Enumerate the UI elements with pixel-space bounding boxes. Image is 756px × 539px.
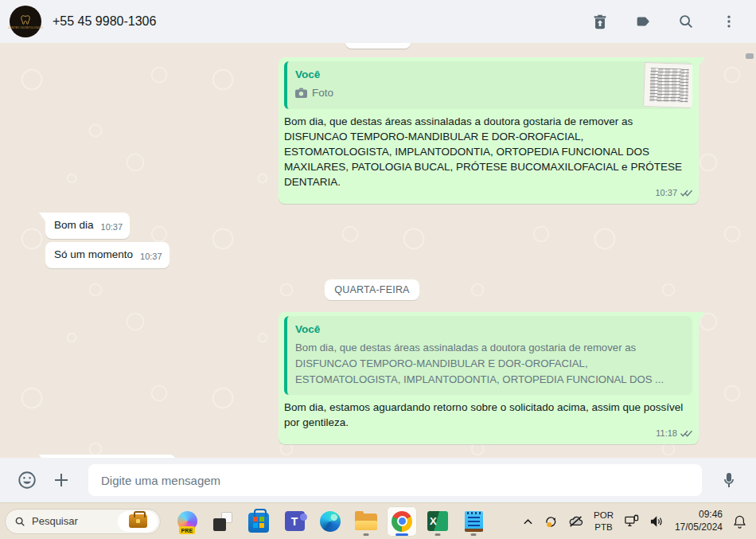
- windows-taskbar: Pesquisar PRE T: [0, 502, 756, 539]
- briefcase-icon: [129, 514, 147, 528]
- chrome-icon: [392, 511, 412, 532]
- document-thumbnail: [643, 62, 692, 108]
- language-line1: POR: [594, 510, 614, 521]
- running-indicator: [364, 533, 369, 536]
- bubble-tail: [39, 213, 45, 221]
- bubble-tail: [699, 312, 705, 321]
- contact-name[interactable]: +55 45 9980-1306: [53, 14, 579, 29]
- message-bubble-incoming[interactable]: Bom dia 10:37: [45, 213, 130, 239]
- date-divider: QUARTA-FEIRA: [325, 279, 419, 300]
- message-time: 10:37: [655, 186, 677, 201]
- tooth-logo-icon: [20, 14, 31, 25]
- partial-date-pill: [345, 43, 411, 49]
- copilot-button[interactable]: PRE: [172, 506, 202, 537]
- volume-icon[interactable]: [649, 515, 664, 528]
- double-check-icon: [680, 189, 692, 197]
- network-icon[interactable]: [624, 514, 639, 528]
- quote-text: Bom dia, que destas áreas assinaladas a …: [295, 340, 684, 388]
- notifications-bell-icon[interactable]: [733, 514, 746, 529]
- store-button[interactable]: [244, 506, 274, 537]
- quote-media-row: Foto: [295, 85, 635, 100]
- composer-bar: [0, 458, 756, 502]
- copilot-icon: PRE: [177, 511, 197, 531]
- quote-content: Você Bom dia, que destas áreas assinalad…: [287, 316, 692, 395]
- message-bubble-outgoing[interactable]: Você Bom dia, que destas áreas assinalad…: [279, 312, 699, 444]
- message-text: Só um momento: [54, 247, 133, 262]
- message-row: Só um momento 10:37: [45, 242, 699, 268]
- whatsapp-window: CENTRO ODONTOLOGICO +55 45 9980-1306: [0, 0, 756, 539]
- running-indicator: [471, 533, 477, 536]
- running-indicator: [435, 533, 441, 536]
- message-time: 11:18: [656, 426, 677, 441]
- active-indicator: [396, 533, 408, 536]
- quote-media-label: Foto: [312, 85, 333, 100]
- header-actions: [590, 12, 738, 31]
- file-explorer-button[interactable]: [351, 506, 381, 537]
- system-tray: POR PTB 09:46 17/05/2024: [523, 509, 750, 533]
- search-icon[interactable]: [676, 12, 696, 31]
- quote-author: Você: [295, 322, 684, 337]
- notepad-icon: [465, 511, 483, 532]
- message-meta: 10:37: [655, 186, 692, 201]
- search-placeholder: Pesquisar: [32, 515, 111, 527]
- avatar-caption: CENTRO ODONTOLOGICO: [8, 26, 43, 29]
- chat-header: CENTRO ODONTOLOGICO +55 45 9980-1306: [0, 0, 756, 43]
- quoted-message[interactable]: Você Bom dia, que destas áreas assinalad…: [284, 316, 692, 395]
- show-hidden-icons-chevron[interactable]: [523, 518, 533, 525]
- trash-icon[interactable]: [590, 12, 610, 31]
- quote-author: Você: [295, 67, 635, 82]
- pre-badge: PRE: [179, 526, 195, 534]
- camera-icon: [295, 88, 307, 98]
- clock[interactable]: 09:46 17/05/2024: [675, 509, 723, 533]
- task-view-button[interactable]: [208, 506, 238, 537]
- message-time: 10:37: [101, 220, 123, 235]
- scrollbar-thumb[interactable]: [746, 53, 754, 59]
- edge-button[interactable]: [315, 506, 345, 537]
- label-icon[interactable]: [633, 12, 653, 31]
- contact-avatar[interactable]: CENTRO ODONTOLOGICO: [10, 6, 41, 37]
- taskbar-apps: PRE T: [172, 506, 489, 537]
- excel-button[interactable]: X: [423, 506, 453, 537]
- file-explorer-icon: [355, 514, 377, 530]
- store-icon: [248, 513, 269, 533]
- chrome-button[interactable]: [387, 506, 417, 537]
- message-row: Você Foto: [45, 57, 699, 204]
- teams-icon: T: [285, 511, 305, 531]
- taskbar-search[interactable]: Pesquisar: [5, 509, 161, 534]
- cloud-offline-icon[interactable]: [568, 515, 583, 528]
- teams-button[interactable]: T: [279, 506, 310, 537]
- quoted-message[interactable]: Você Foto: [284, 61, 692, 109]
- message-bubble-outgoing[interactable]: Você Foto: [279, 57, 699, 204]
- double-check-icon: [680, 429, 692, 438]
- attach-plus-icon[interactable]: [48, 467, 75, 494]
- quote-content: Você Foto: [287, 61, 643, 109]
- quoted-photo-thumbnail: [643, 61, 692, 109]
- search-icon: [14, 516, 25, 527]
- message-bubble-incoming[interactable]: Só um momento 10:37: [45, 242, 170, 268]
- tray-time: 09:46: [675, 509, 723, 521]
- date-divider-row: QUARTA-FEIRA: [45, 279, 699, 300]
- message-row: Você Bom dia, que destas áreas assinalad…: [45, 312, 699, 444]
- notepad-button[interactable]: [458, 506, 489, 537]
- message-meta: 11:18: [656, 426, 692, 441]
- message-text: Bom dia, que destas áreas assinaladas a …: [284, 114, 692, 189]
- tray-date: 17/05/2024: [675, 521, 723, 534]
- message-row: Bom dia 10:37: [45, 213, 699, 239]
- search-highlight-slot[interactable]: [118, 511, 158, 532]
- edge-icon: [320, 511, 341, 532]
- microphone-icon[interactable]: [715, 467, 742, 494]
- menu-kebab-icon[interactable]: [719, 12, 738, 31]
- message-text: Bom dia: [54, 217, 94, 232]
- message-text: Bom dia, estamos aguardando retorno sobr…: [284, 400, 692, 430]
- excel-icon: X: [427, 511, 448, 531]
- message-input[interactable]: [88, 464, 702, 496]
- emoji-icon[interactable]: [14, 467, 41, 494]
- bubble-tail: [699, 57, 705, 66]
- conversation-panel[interactable]: Você Foto: [0, 43, 756, 458]
- sync-pending-icon[interactable]: [544, 514, 558, 529]
- task-view-icon: [213, 512, 232, 531]
- language-indicator[interactable]: POR PTB: [594, 510, 614, 533]
- message-time: 10:37: [140, 249, 162, 264]
- language-line2: PTB: [594, 521, 614, 533]
